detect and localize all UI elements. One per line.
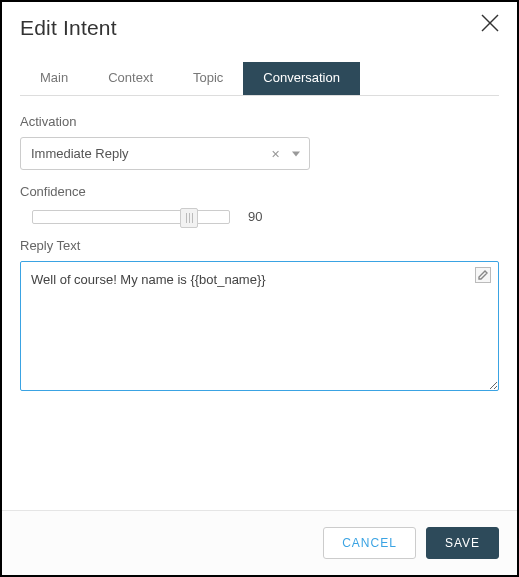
dialog-header: Edit Intent xyxy=(2,2,517,40)
close-icon[interactable] xyxy=(481,14,499,32)
confidence-value: 90 xyxy=(248,209,262,224)
activation-select[interactable]: Immediate Reply ✕ xyxy=(20,137,310,170)
tab-context[interactable]: Context xyxy=(88,62,173,95)
activation-value[interactable]: Immediate Reply xyxy=(20,137,310,170)
dialog-content: Activation Immediate Reply ✕ Confidence … xyxy=(2,96,517,510)
clear-icon[interactable]: ✕ xyxy=(271,147,280,160)
confidence-slider[interactable] xyxy=(32,210,230,224)
tab-bar: Main Context Topic Conversation xyxy=(20,62,499,96)
reply-text-wrap xyxy=(20,261,499,395)
reply-text-label: Reply Text xyxy=(20,238,499,253)
reply-text-input[interactable] xyxy=(20,261,499,391)
activation-label: Activation xyxy=(20,114,499,129)
save-button[interactable]: SAVE xyxy=(426,527,499,559)
cancel-button[interactable]: CANCEL xyxy=(323,527,416,559)
pencil-icon[interactable] xyxy=(475,267,491,283)
tab-main[interactable]: Main xyxy=(20,62,88,95)
chevron-down-icon[interactable] xyxy=(292,151,300,156)
confidence-row: 90 xyxy=(20,209,499,224)
confidence-label: Confidence xyxy=(20,184,499,199)
tab-conversation[interactable]: Conversation xyxy=(243,62,360,95)
slider-thumb[interactable] xyxy=(180,208,198,228)
dialog-footer: CANCEL SAVE xyxy=(2,510,517,575)
dialog-title: Edit Intent xyxy=(20,16,117,40)
tab-topic[interactable]: Topic xyxy=(173,62,243,95)
